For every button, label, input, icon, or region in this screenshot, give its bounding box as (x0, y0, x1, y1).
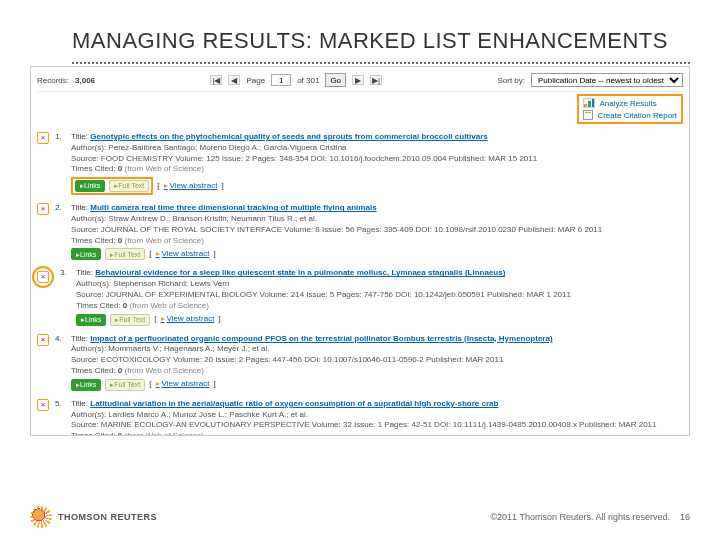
page-number: 16 (680, 512, 690, 522)
result-body: Title: Behavioural evidence for a sleep … (76, 268, 683, 325)
remove-result-button[interactable]: × (37, 334, 49, 346)
pager-first-icon[interactable]: |◀ (210, 75, 222, 85)
result-times-cited: Times Cited: 0 (from Web of Science) (71, 431, 683, 436)
result-row: ×4.Title: Impact of a perfluorinated org… (37, 330, 683, 395)
title-label: Title: (71, 132, 88, 141)
result-number: 1. (55, 132, 65, 141)
remove-result-button[interactable]: × (37, 399, 49, 411)
toolbar: Records: 3,006 |◀ ◀ Page of 301 Go ▶ ▶| … (37, 71, 683, 92)
result-body: Title: Impact of a perfluorinated organi… (71, 334, 683, 391)
sort-label: Sort by: (497, 76, 525, 85)
full-text-pill[interactable]: ▸Full Text (110, 314, 150, 326)
result-row: ×2.Title: Multi camera real time three d… (37, 199, 683, 264)
result-authors: Author(s): Lardies Marco A.; Munoz Jose … (71, 410, 683, 421)
full-text-pill[interactable]: ▸Full Text (105, 379, 145, 391)
result-source: Source: MARINE ECOLOGY-AN EVOLUTIONARY P… (71, 420, 683, 431)
records-label: Records: (37, 76, 69, 85)
view-abstract-link[interactable]: View abstract (164, 181, 218, 192)
result-times-cited: Times Cited: 0 (from Web of Science) (71, 236, 683, 247)
result-title-link[interactable]: Genotypic effects on the phytochemical q… (90, 132, 487, 141)
result-links-row: ▸Links▸Full Text [ View abstract ] (71, 379, 683, 391)
view-abstract-link[interactable]: View abstract (156, 249, 210, 260)
brand-name: THOMSON REUTERS (58, 512, 157, 522)
page-input[interactable] (271, 74, 291, 86)
pager-prev-icon[interactable]: ◀ (228, 75, 240, 85)
result-row: ×3.Title: Behavioural evidence for a sle… (37, 264, 683, 329)
result-number: 5. (55, 399, 65, 408)
full-text-pill[interactable]: ▸Full Text (105, 248, 145, 260)
result-body: Title: Latitudinal variation in the aeri… (71, 399, 683, 436)
pager-next-icon[interactable]: ▶ (352, 75, 364, 85)
go-button[interactable]: Go (325, 73, 346, 87)
title-label: Title: (71, 399, 88, 408)
remove-result-button[interactable]: × (37, 271, 49, 283)
result-times-cited: Times Cited: 0 (from Web of Science) (71, 366, 683, 377)
title-label: Title: (76, 268, 93, 277)
result-links-row: ▸Links▸Full Text [ View abstract ] (71, 248, 683, 260)
title-label: Title: (71, 203, 88, 212)
copyright-text: ©2011 Thomson Reuters. All rights reserv… (490, 512, 670, 522)
view-abstract-link[interactable]: View abstract (161, 314, 215, 325)
footer: THOMSON REUTERS ©2011 Thomson Reuters. A… (30, 506, 690, 528)
create-citation-report-link[interactable]: Create Citation Report (583, 110, 677, 120)
result-authors: Author(s): Stephenson Richard; Lewis Ver… (76, 279, 683, 290)
slide-title: MANAGING RESULTS: MARKED LIST ENHANCEMEN… (0, 0, 720, 58)
result-title-link[interactable]: Latitudinal variation in the aerial/aqua… (90, 399, 498, 408)
result-title-link[interactable]: Impact of a perfluorinated organic compo… (90, 334, 552, 343)
result-number: 2. (55, 203, 65, 212)
result-body: Title: Multi camera real time three dime… (71, 203, 683, 260)
result-title-link[interactable]: Multi camera real time three dimensional… (90, 203, 376, 212)
full-text-pill[interactable]: ▸Full Text (109, 180, 149, 192)
records-count: 3,006 (75, 76, 95, 85)
remove-result-button[interactable]: × (37, 132, 49, 144)
result-links-row: ▸Links▸Full Text [ View abstract ] (71, 177, 683, 195)
result-body: Title: Genotypic effects on the phytoche… (71, 132, 683, 195)
page-label: Page (246, 76, 265, 85)
title-label: Title: (71, 334, 88, 343)
results-list: ×1.Title: Genotypic effects on the phyto… (37, 128, 683, 436)
links-highlight: ▸Links▸Full Text (71, 177, 153, 195)
result-source: Source: JOURNAL OF THE ROYAL SOCIETY INT… (71, 225, 683, 236)
links-pill[interactable]: ▸Links (75, 180, 105, 192)
page-total: of 301 (297, 76, 319, 85)
view-abstract-link[interactable]: View abstract (156, 379, 210, 390)
links-pill[interactable]: ▸Links (71, 379, 101, 391)
result-row: ×5.Title: Latitudinal variation in the a… (37, 395, 683, 436)
bar-chart-icon (583, 98, 595, 108)
result-row: ×1.Title: Genotypic effects on the phyto… (37, 128, 683, 199)
analyze-results-link[interactable]: Analyze Results (583, 98, 677, 108)
divider (72, 62, 690, 64)
result-source: Source: FOOD CHEMISTRY Volume: 125 Issue… (71, 154, 683, 165)
report-icon (583, 110, 593, 120)
links-pill[interactable]: ▸Links (76, 314, 106, 326)
result-title-link[interactable]: Behavioural evidence for a sleep like qu… (95, 268, 505, 277)
thomson-reuters-mark-icon (30, 506, 52, 528)
result-source: Source: JOURNAL OF EXPERIMENTAL BIOLOGY … (76, 290, 683, 301)
result-authors: Author(s): Mommaerts V.; Hagenaars A.; M… (71, 344, 683, 355)
result-number: 3. (60, 268, 70, 277)
pager-last-icon[interactable]: ▶| (370, 75, 382, 85)
result-authors: Author(s): Perez-Balibrea Santiago; More… (71, 143, 683, 154)
result-times-cited: Times Cited: 0 (from Web of Science) (76, 301, 683, 312)
result-source: Source: ECOTOXICOLOGY Volume: 20 Issue: … (71, 355, 683, 366)
result-authors: Author(s): Straw Andrew D.; Branson Kris… (71, 214, 683, 225)
result-times-cited: Times Cited: 0 (from Web of Science) (71, 164, 683, 175)
remove-highlight: × (32, 266, 54, 288)
brand-logo: THOMSON REUTERS (30, 506, 157, 528)
right-actions-highlight: Analyze Results Create Citation Report (577, 94, 683, 124)
sort-select[interactable]: Publication Date -- newest to oldest (531, 73, 683, 87)
links-pill[interactable]: ▸Links (71, 248, 101, 260)
result-links-row: ▸Links▸Full Text [ View abstract ] (76, 314, 683, 326)
results-panel: Records: 3,006 |◀ ◀ Page of 301 Go ▶ ▶| … (30, 66, 690, 436)
remove-result-button[interactable]: × (37, 203, 49, 215)
result-number: 4. (55, 334, 65, 343)
